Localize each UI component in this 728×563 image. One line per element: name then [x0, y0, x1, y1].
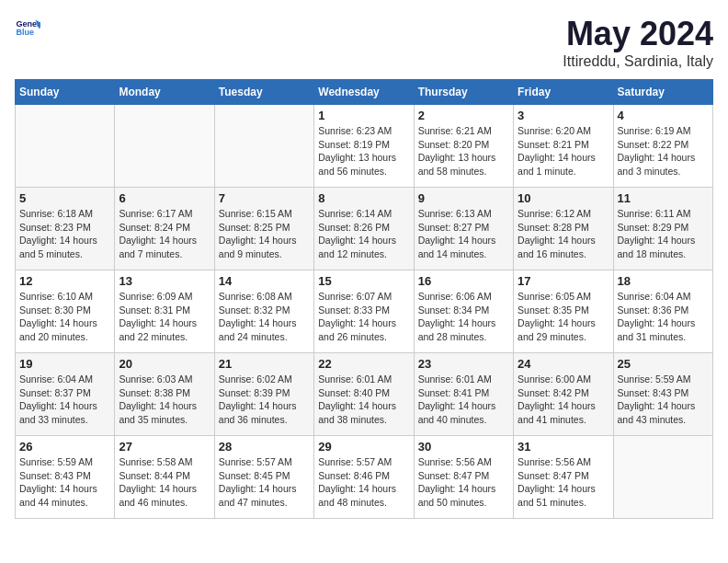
day-cell: 11Sunrise: 6:11 AMSunset: 8:29 PMDayligh…: [613, 188, 712, 270]
day-cell: 4Sunrise: 6:19 AMSunset: 8:22 PMDaylight…: [613, 105, 712, 188]
title-block: May 2024 Ittireddu, Sardinia, Italy: [563, 15, 713, 70]
day-number: 18: [618, 274, 709, 288]
day-info: Sunrise: 6:09 AMSunset: 8:31 PMDaylight:…: [119, 290, 210, 344]
day-cell: 24Sunrise: 6:00 AMSunset: 8:42 PMDayligh…: [514, 353, 613, 436]
day-info: Sunrise: 6:11 AMSunset: 8:29 PMDaylight:…: [618, 207, 709, 261]
day-cell: 28Sunrise: 5:57 AMSunset: 8:45 PMDayligh…: [214, 436, 313, 519]
day-cell: 29Sunrise: 5:57 AMSunset: 8:46 PMDayligh…: [314, 436, 414, 519]
day-cell: [16, 105, 115, 188]
day-number: 20: [119, 357, 210, 371]
day-info: Sunrise: 5:59 AMSunset: 8:43 PMDaylight:…: [19, 455, 110, 510]
day-cell: 8Sunrise: 6:14 AMSunset: 8:26 PMDaylight…: [314, 188, 414, 270]
day-info: Sunrise: 6:06 AMSunset: 8:34 PMDaylight:…: [418, 290, 509, 344]
svg-text:General: General: [16, 19, 40, 29]
weekday-header-row: SundayMondayTuesdayWednesdayThursdayFrid…: [16, 80, 713, 105]
day-number: 21: [219, 357, 310, 371]
day-cell: 20Sunrise: 6:03 AMSunset: 8:38 PMDayligh…: [115, 353, 214, 436]
day-number: 13: [119, 274, 210, 288]
day-cell: 14Sunrise: 6:08 AMSunset: 8:32 PMDayligh…: [214, 270, 313, 353]
day-info: Sunrise: 6:12 AMSunset: 8:28 PMDaylight:…: [518, 207, 609, 261]
day-number: 17: [518, 274, 609, 288]
weekday-header-saturday: Saturday: [613, 80, 712, 105]
day-number: 12: [19, 274, 110, 288]
day-number: 8: [318, 191, 409, 205]
day-number: 3: [518, 109, 609, 122]
day-number: 6: [119, 191, 210, 205]
day-info: Sunrise: 6:21 AMSunset: 8:20 PMDaylight:…: [418, 124, 509, 178]
day-number: 28: [219, 440, 310, 454]
week-row-2: 5Sunrise: 6:18 AMSunset: 8:23 PMDaylight…: [16, 188, 713, 270]
page-header: General Blue May 2024 Ittireddu, Sardini…: [15, 15, 713, 70]
day-cell: 5Sunrise: 6:18 AMSunset: 8:23 PMDaylight…: [16, 188, 115, 270]
month-title: May 2024: [563, 15, 713, 53]
day-number: 2: [418, 109, 509, 122]
day-number: 11: [618, 191, 709, 205]
day-cell: [115, 105, 214, 188]
weekday-header-sunday: Sunday: [16, 80, 115, 105]
day-info: Sunrise: 6:19 AMSunset: 8:22 PMDaylight:…: [618, 124, 709, 178]
day-cell: 25Sunrise: 5:59 AMSunset: 8:43 PMDayligh…: [613, 353, 712, 436]
day-number: 9: [418, 191, 509, 205]
day-number: 22: [318, 357, 409, 371]
day-info: Sunrise: 6:00 AMSunset: 8:42 PMDaylight:…: [518, 373, 609, 427]
day-cell: 27Sunrise: 5:58 AMSunset: 8:44 PMDayligh…: [115, 436, 214, 519]
day-cell: 1Sunrise: 6:23 AMSunset: 8:19 PMDaylight…: [314, 105, 414, 188]
day-info: Sunrise: 6:03 AMSunset: 8:38 PMDaylight:…: [119, 373, 210, 427]
day-cell: 6Sunrise: 6:17 AMSunset: 8:24 PMDaylight…: [115, 188, 214, 270]
day-number: 5: [19, 191, 110, 205]
day-cell: 21Sunrise: 6:02 AMSunset: 8:39 PMDayligh…: [214, 353, 313, 436]
calendar-table: SundayMondayTuesdayWednesdayThursdayFrid…: [15, 79, 713, 519]
day-cell: 22Sunrise: 6:01 AMSunset: 8:40 PMDayligh…: [314, 353, 414, 436]
weekday-header-friday: Friday: [514, 80, 613, 105]
day-info: Sunrise: 5:57 AMSunset: 8:45 PMDaylight:…: [219, 455, 310, 510]
day-cell: [214, 105, 313, 188]
week-row-4: 19Sunrise: 6:04 AMSunset: 8:37 PMDayligh…: [16, 353, 713, 436]
week-row-3: 12Sunrise: 6:10 AMSunset: 8:30 PMDayligh…: [16, 270, 713, 353]
day-info: Sunrise: 6:04 AMSunset: 8:36 PMDaylight:…: [618, 290, 709, 344]
day-info: Sunrise: 5:56 AMSunset: 8:47 PMDaylight:…: [518, 455, 609, 510]
day-cell: 10Sunrise: 6:12 AMSunset: 8:28 PMDayligh…: [514, 188, 613, 270]
day-info: Sunrise: 5:56 AMSunset: 8:47 PMDaylight:…: [418, 455, 509, 510]
day-cell: 17Sunrise: 6:05 AMSunset: 8:35 PMDayligh…: [514, 270, 613, 353]
day-info: Sunrise: 5:57 AMSunset: 8:46 PMDaylight:…: [318, 455, 409, 510]
day-number: 16: [418, 274, 509, 288]
logo-icon: General Blue: [15, 15, 40, 40]
day-number: 29: [318, 440, 409, 454]
day-number: 27: [119, 440, 210, 454]
day-cell: 19Sunrise: 6:04 AMSunset: 8:37 PMDayligh…: [16, 353, 115, 436]
day-info: Sunrise: 6:13 AMSunset: 8:27 PMDaylight:…: [418, 207, 509, 261]
day-cell: 2Sunrise: 6:21 AMSunset: 8:20 PMDaylight…: [414, 105, 513, 188]
day-info: Sunrise: 6:20 AMSunset: 8:21 PMDaylight:…: [518, 124, 609, 178]
day-info: Sunrise: 6:10 AMSunset: 8:30 PMDaylight:…: [19, 290, 110, 344]
day-info: Sunrise: 5:59 AMSunset: 8:43 PMDaylight:…: [618, 373, 709, 427]
weekday-header-tuesday: Tuesday: [214, 80, 313, 105]
day-cell: 13Sunrise: 6:09 AMSunset: 8:31 PMDayligh…: [115, 270, 214, 353]
day-info: Sunrise: 6:05 AMSunset: 8:35 PMDaylight:…: [518, 290, 609, 344]
weekday-header-monday: Monday: [115, 80, 214, 105]
weekday-header-wednesday: Wednesday: [314, 80, 414, 105]
day-number: 24: [518, 357, 609, 371]
day-number: 4: [618, 109, 709, 122]
day-number: 30: [418, 440, 509, 454]
day-number: 14: [219, 274, 310, 288]
day-info: Sunrise: 6:17 AMSunset: 8:24 PMDaylight:…: [119, 207, 210, 261]
location-title: Ittireddu, Sardinia, Italy: [563, 53, 713, 70]
day-info: Sunrise: 6:18 AMSunset: 8:23 PMDaylight:…: [19, 207, 110, 261]
day-info: Sunrise: 5:58 AMSunset: 8:44 PMDaylight:…: [119, 455, 210, 510]
logo: General Blue: [15, 15, 42, 40]
week-row-1: 1Sunrise: 6:23 AMSunset: 8:19 PMDaylight…: [16, 105, 713, 188]
day-cell: 3Sunrise: 6:20 AMSunset: 8:21 PMDaylight…: [514, 105, 613, 188]
day-info: Sunrise: 6:23 AMSunset: 8:19 PMDaylight:…: [318, 124, 409, 178]
day-info: Sunrise: 6:14 AMSunset: 8:26 PMDaylight:…: [318, 207, 409, 261]
day-info: Sunrise: 6:01 AMSunset: 8:40 PMDaylight:…: [318, 373, 409, 427]
day-cell: 7Sunrise: 6:15 AMSunset: 8:25 PMDaylight…: [214, 188, 313, 270]
svg-text:Blue: Blue: [16, 28, 34, 37]
day-number: 23: [418, 357, 509, 371]
day-number: 25: [618, 357, 709, 371]
day-cell: 31Sunrise: 5:56 AMSunset: 8:47 PMDayligh…: [514, 436, 613, 519]
day-info: Sunrise: 6:04 AMSunset: 8:37 PMDaylight:…: [19, 373, 110, 427]
day-info: Sunrise: 6:07 AMSunset: 8:33 PMDaylight:…: [318, 290, 409, 344]
day-cell: 9Sunrise: 6:13 AMSunset: 8:27 PMDaylight…: [414, 188, 513, 270]
day-cell: 18Sunrise: 6:04 AMSunset: 8:36 PMDayligh…: [613, 270, 712, 353]
day-cell: 26Sunrise: 5:59 AMSunset: 8:43 PMDayligh…: [16, 436, 115, 519]
